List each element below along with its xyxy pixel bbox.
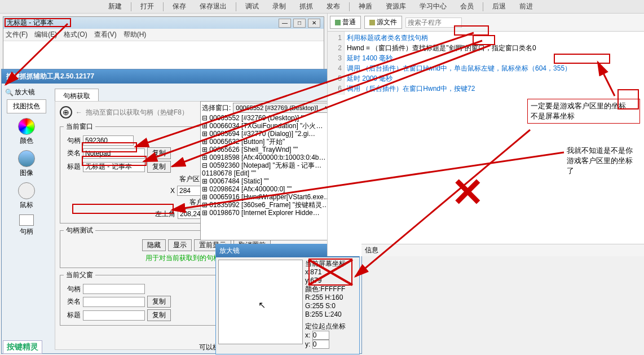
search-icon: 🔍 xyxy=(5,89,14,97)
tb-save-exit[interactable]: 保存退出 xyxy=(200,2,227,11)
tb-publish[interactable]: 发布 xyxy=(327,2,340,11)
code-line-2: Hwnd = （窗口插件）查找标题是"剑网"的窗口，指定窗口类名0 xyxy=(347,43,571,53)
mag-color: 颜色:FFFFFF xyxy=(305,285,346,293)
line-gutter: 123456 xyxy=(328,32,345,95)
p-class-label: 类名 xyxy=(64,297,81,306)
minimize-icon[interactable]: — xyxy=(279,19,291,28)
annotation-box-2: 我就不知道是不是你游戏客户区里的坐标了 xyxy=(564,144,640,178)
p-copy-title-button[interactable]: 复制 xyxy=(147,309,171,321)
p-title-input[interactable] xyxy=(83,310,145,321)
handle-test-legend: 句柄测试 xyxy=(64,226,95,235)
tb-shield[interactable]: 神盾 xyxy=(359,2,372,11)
tool-titlebar[interactable]: 按键抓抓辅助工具2.50.12177 xyxy=(2,69,361,84)
drag-hint: 拖动至窗口以获取句柄（热键F8） xyxy=(86,108,188,117)
tb-learn[interactable]: 学习中心 xyxy=(420,2,447,11)
redbox-right xyxy=(617,89,639,109)
tab-normal-icon xyxy=(335,20,341,25)
maximize-icon[interactable]: □ xyxy=(293,19,306,28)
crosshair-icon[interactable]: ⊕ xyxy=(60,106,72,119)
magnifier-preview: ↖ xyxy=(218,260,303,344)
app-logo: 按键精灵 xyxy=(3,340,42,354)
red-cross-1: ✕ xyxy=(451,169,484,216)
code-line-6: 调用 （后台插件）在窗口Hwnd中，按键72 xyxy=(347,84,571,94)
redbox-jianwang xyxy=(473,35,495,45)
title-field-label: 标题 xyxy=(64,162,81,172)
cursor-icon: ↖ xyxy=(258,300,266,310)
code-editor-panel: 普通 源文件 123456 利用标题或者类名查找句柄 Hwnd = （窗口插件）… xyxy=(327,14,644,256)
anchor-label: 定位起点坐标 xyxy=(305,322,346,331)
tb-forward[interactable]: 前进 xyxy=(519,2,533,11)
redbox-title xyxy=(5,18,71,27)
mag-b: B:255 L:240 xyxy=(305,310,346,319)
code-line-3: 延时 1400 毫秒 xyxy=(347,53,571,63)
tab-normal[interactable]: 普通 xyxy=(330,16,361,29)
redbox-coord xyxy=(554,54,610,64)
menu-format[interactable]: 格式(O) xyxy=(64,30,87,40)
handle-field-label: 句柄 xyxy=(64,136,81,146)
p-title-label: 标题 xyxy=(64,310,81,320)
class-field-label: 类名 xyxy=(64,148,81,158)
menu-view[interactable]: 查看(V) xyxy=(94,30,117,40)
redbox-findhandle xyxy=(454,25,489,36)
tb-new[interactable]: 新建 xyxy=(108,2,122,11)
color-label: 颜色 xyxy=(4,136,49,146)
find-image-button[interactable]: 找图找色 xyxy=(7,99,46,113)
parent-legend: 当前父窗 xyxy=(64,270,95,280)
code-content[interactable]: 利用标题或者类名查找句柄 Hwnd = （窗口插件）查找标题是"剑网"的窗口，指… xyxy=(345,32,574,95)
code-line-4: 调用 （后台插件）在窗口Hwnd中，单击鼠标左键，鼠标坐标（604，355） xyxy=(347,63,571,73)
info-bar: 信息 xyxy=(361,244,644,256)
x-label: X xyxy=(170,187,175,195)
tb-grab[interactable]: 抓抓 xyxy=(299,2,313,11)
tool-sidebar: 🔍放大镜 找图找色 颜色 图像 鼠标 句柄 xyxy=(4,85,49,241)
close-icon[interactable]: ✕ xyxy=(308,19,320,28)
search-subroutine-input[interactable] xyxy=(405,17,462,28)
mouse-icon[interactable] xyxy=(18,182,35,199)
mouse-label: 鼠标 xyxy=(4,200,49,210)
code-line-5: 延时 2000 毫秒 xyxy=(347,73,571,84)
tb-save[interactable]: 保存 xyxy=(173,2,186,11)
color-picker-icon[interactable] xyxy=(18,118,35,135)
anchor-x-input[interactable] xyxy=(312,331,329,340)
window-select[interactable]: 00065552 [#32769 (Desktop)] xyxy=(233,103,333,113)
cur-window-legend: 当前窗口 xyxy=(64,122,95,132)
handle-icon[interactable] xyxy=(19,214,34,226)
redbox-xy xyxy=(72,204,174,214)
p-class-input[interactable] xyxy=(83,297,145,307)
copy-title-button[interactable]: 复制 xyxy=(147,161,171,173)
mag-r: R:255 H:160 xyxy=(305,293,346,302)
show-button[interactable]: 显示 xyxy=(168,239,192,251)
p-handle-input[interactable] xyxy=(83,284,145,294)
magnifier-label[interactable]: 放大镜 xyxy=(15,87,35,97)
app-toolbar: 新建 打开 保存 保存退出 调试 录制 抓抓 发布 神盾 资源库 学习中心 会员… xyxy=(0,0,644,14)
tb-member[interactable]: 会员 xyxy=(460,2,474,11)
redbox-screenpos xyxy=(308,258,352,286)
hide-button[interactable]: 隐藏 xyxy=(142,239,166,251)
p-handle-label: 句柄 xyxy=(64,284,81,294)
anchor-y-label: y: xyxy=(305,340,310,348)
anchor-y-input[interactable] xyxy=(312,340,329,349)
tb-resource[interactable]: 资源库 xyxy=(386,2,406,11)
anchor-x-label: x: xyxy=(305,331,310,339)
notepad-menu: 文件(F) 编辑(E) 格式(O) 查看(V) 帮助(H) xyxy=(3,29,324,41)
menu-help[interactable]: 帮助(H) xyxy=(123,30,147,40)
tb-record[interactable]: 录制 xyxy=(272,2,286,11)
redbox-handle xyxy=(82,142,137,152)
select-window-label: 选择窗口: xyxy=(202,103,231,113)
tb-open[interactable]: 打开 xyxy=(140,2,154,11)
tb-debug[interactable]: 调试 xyxy=(245,2,259,11)
copy-class-button[interactable]: 复制 xyxy=(147,147,171,159)
image-icon[interactable] xyxy=(18,150,35,167)
handle-label: 句柄 xyxy=(4,227,49,236)
menu-file[interactable]: 文件(F) xyxy=(6,30,28,40)
mag-g: G:255 S:0 xyxy=(305,302,346,310)
tb-back[interactable]: 后退 xyxy=(492,2,506,11)
tab-source-icon xyxy=(369,20,375,25)
redbox-class xyxy=(82,156,147,166)
tab-source[interactable]: 源文件 xyxy=(364,16,402,29)
image-label: 图像 xyxy=(4,168,49,178)
p-copy-class-button[interactable]: 复制 xyxy=(147,296,171,308)
menu-edit[interactable]: 编辑(E) xyxy=(34,30,57,40)
